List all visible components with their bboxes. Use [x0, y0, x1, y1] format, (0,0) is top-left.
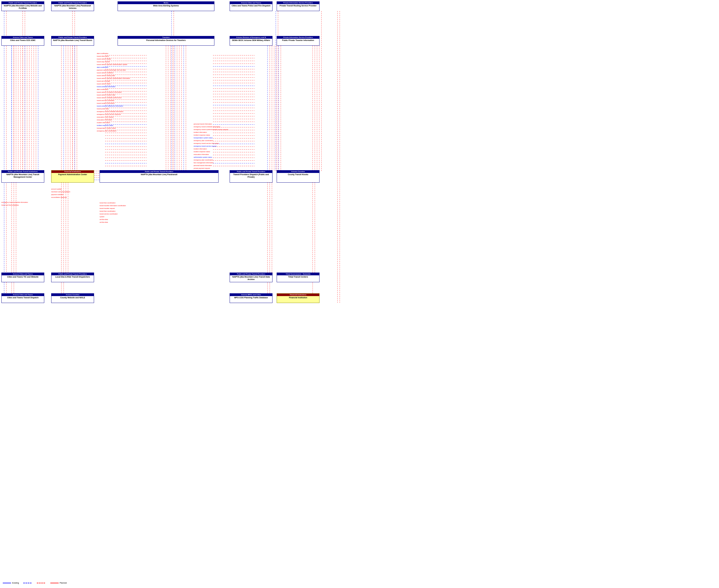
node-data-archive-header: Public and Private Transit Providers [230, 273, 272, 275]
node-tribal-transit-header: Tribal Governments - Statewide [277, 273, 319, 275]
node-tic-website-title: Cities and Towns TIC and Website [2, 276, 43, 278]
flow-label-traveler-request: transit traveler request [100, 208, 115, 209]
flow-label-occupancy: transit vehicle occupancy information [97, 91, 122, 93]
node-private-routing-header: Private Information Service Providers [277, 2, 319, 4]
flow-label-traveler-info: transit traveler information coordinatio… [100, 205, 126, 206]
node-payment-admin-title: Payment Administration Center [52, 173, 93, 176]
node-dial-a-ride-title: Local Dial-A-Ride Transit Dispatchers [52, 276, 93, 278]
flow-label-req: payment requests passenger and use data [97, 69, 126, 71]
flow-label-emergency-access: emergency transit system/schedule access… [194, 129, 228, 130]
flow-label-schedule2: transit vehicle schedule performance [97, 97, 122, 99]
node-transit-mgmt-header: Public and Private Transit Institutions [2, 170, 44, 173]
node-tic-website-header: Arizona Cities and Towns [2, 273, 44, 275]
node-personal-devices: Travelers Personal Information Devices f… [118, 36, 214, 46]
node-county-kiosks-title: County Transit Kiosks [277, 173, 319, 176]
flow-label-evac-info: evacuation information [97, 119, 112, 121]
flow-label-auth2: transit vehicle operator authentication … [97, 78, 130, 79]
flow-label-stop: transit stop request [97, 61, 110, 63]
legend-item-dashed-blue [23, 583, 33, 583]
node-personal-devices-header: Travelers [118, 36, 214, 39]
flow-label-payment: payment methods [51, 194, 63, 195]
node-mpo-cog-header: Arizona MPOs and COGs [230, 294, 272, 296]
node-transit-dispatch-city-header: Arizona Cities and Towns [2, 294, 44, 296]
flow-label-fares: transit and fare schedules [97, 100, 114, 101]
flow-label-incident: transit incident information [97, 102, 114, 104]
node-financial-institution-header: Financial Institutions [277, 294, 319, 296]
flow-label-system: system [100, 216, 104, 217]
node-naipta-website-title: NAIPTA (dba Mountain Line) Website and F… [2, 5, 43, 9]
node-mpo-cog-title: MPO-COG Planning Traffic Database [230, 297, 272, 299]
node-paratransit-main: Public and Private Transit Providers NAI… [100, 170, 218, 183]
node-paratransit-vehicles: Public and Private Transit Providers NAI… [51, 1, 94, 11]
flow-label-archive2: archive data [100, 222, 108, 223]
flow-label-alarm: alarm notification [97, 52, 108, 54]
flow-label-emerg-sched-bottom: emergency transit schedule information [1, 202, 28, 203]
flow-label-personal-transit: personal transit information [194, 123, 212, 125]
node-private-routing: Private Information Service Providers Pr… [277, 1, 319, 11]
flow-label-service-response: emergency transit service response [97, 113, 121, 115]
node-paratransit-main-header: Public and Private Transit Providers [100, 170, 218, 173]
node-dema-header: Arizona Division of Emergency and M [230, 36, 272, 39]
flow-label-card-rec: merchant card reconciliation [51, 191, 70, 193]
flow-label-notification: alarm notification [97, 66, 108, 68]
node-naipta-website-header: Public and Private Transit Providers [2, 2, 44, 4]
flow-label-response: incident response status [194, 151, 210, 152]
node-dema-title: DEMA SEOC Arizona OEM Military Affairs [230, 39, 272, 42]
node-naipta-website: Public and Private Transit Providers NAI… [1, 1, 44, 11]
flow-label-transportation2: transportation system status [194, 137, 213, 139]
node-paratransit-vehicles-header: Public and Private Transit Providers [51, 2, 94, 4]
node-public-private-info: Private Information Service Providers Pu… [277, 36, 319, 46]
flow-label-fare-mgmt: fare management information [194, 162, 214, 164]
flow-label-fare-coord2: transit fare coordination [100, 210, 115, 212]
node-payment-admin-header: Financial Institutions [51, 170, 94, 173]
flow-label-conditions: transit vehicle conditions [97, 72, 113, 74]
flow-label-service-coord: transit service coordination [100, 213, 118, 215]
legend-item-dashed-red [37, 583, 46, 583]
flow-label-transportation: transportation system status [97, 127, 116, 129]
flow-label-transit-info: transit information [97, 55, 109, 57]
flow-label-auth: transit vehicle operator authentication … [97, 64, 127, 65]
flow-label-emergency-request: emergency transit service request [194, 145, 217, 147]
flow-label-probe: transit probe data [97, 108, 109, 110]
flow-label-personal-transit2: personal transit information [194, 165, 212, 166]
node-wide-area-alerting-title: Wide Area Alerting Systems [119, 5, 214, 7]
node-transit-mgmt: Public and Private Transit Institutions … [1, 170, 44, 183]
flow-label-emergency-coord: emergency plan coordination [97, 130, 117, 132]
flow-label-private-payment: private payment request [194, 167, 210, 169]
node-public-private-info-header: Private Information Service Providers [277, 36, 319, 39]
node-eoc-emc-header: Arizona Cities and Towns [2, 36, 44, 39]
node-police-fire-title: Cities and Towns Police and Fire Dispatc… [230, 5, 272, 7]
node-county-kiosks: Arizona Counties County Transit Kiosks [277, 170, 319, 183]
node-wide-area-alerting: Media Wide Area Alerting Systems [118, 1, 214, 11]
legend: Existing Planned [3, 582, 67, 584]
node-dial-a-ride: Public and Private Transit Providers Loc… [51, 273, 94, 282]
legend-label-existing: Existing [12, 582, 19, 584]
node-dial-a-ride-header: Public and Private Transit Providers [51, 273, 94, 275]
legend-line-planned [50, 583, 59, 583]
flow-label-emergency-sched: emergency transit schedule information [194, 126, 220, 128]
flow-label-incident3: incident information [194, 148, 207, 150]
node-county-kiosks-header: Arizona Counties [277, 170, 319, 173]
flow-label-account: account update [51, 188, 62, 190]
node-transit-mgmt-title: NAIPTA (dba Mountain Line) Transit Manag… [2, 173, 43, 178]
flow-label-status: transit vehicle status [97, 83, 111, 85]
legend-line-dashed-red [37, 583, 45, 583]
node-payment-admin: Financial Institutions Payment Administr… [51, 170, 94, 183]
flow-label-notification2: alarm notification [97, 88, 108, 90]
node-tic-website: Arizona Cities and Towns Cities and Town… [1, 273, 44, 282]
node-tribal-transit: Tribal Governments - Statewide Tribal Tr… [277, 273, 319, 282]
node-personal-devices-title: Personal Information Devices for Travele… [119, 39, 214, 42]
flow-label-emergency-plan: emergency plan coordination [194, 140, 213, 141]
flow-label-transit-fares: transit and fare schedules [1, 204, 19, 206]
flow-label-location: transit vehicle location data [97, 94, 115, 96]
legend-item-planned: Planned [50, 582, 67, 584]
flow-label-response-status: incident response status [97, 125, 113, 126]
flow-label-evac-request: evacuation route request [97, 116, 114, 118]
node-paratransit-vehicles-title: NAIPTA (dba Mountain Line) Paratransit V… [52, 5, 93, 9]
node-data-archive-title: NAIPTA (dba Mountain Line) Transit Data … [230, 276, 272, 280]
flow-label-vehicle: transit vehicle details [97, 58, 111, 60]
flow-label-fare-coord: transit fare coordination [100, 202, 115, 204]
flow-label-mgmt: transit aid message [97, 80, 110, 82]
node-county-nixle-header: Arizona Counties [51, 294, 94, 296]
flow-label-incident-info: incident information [97, 122, 110, 123]
